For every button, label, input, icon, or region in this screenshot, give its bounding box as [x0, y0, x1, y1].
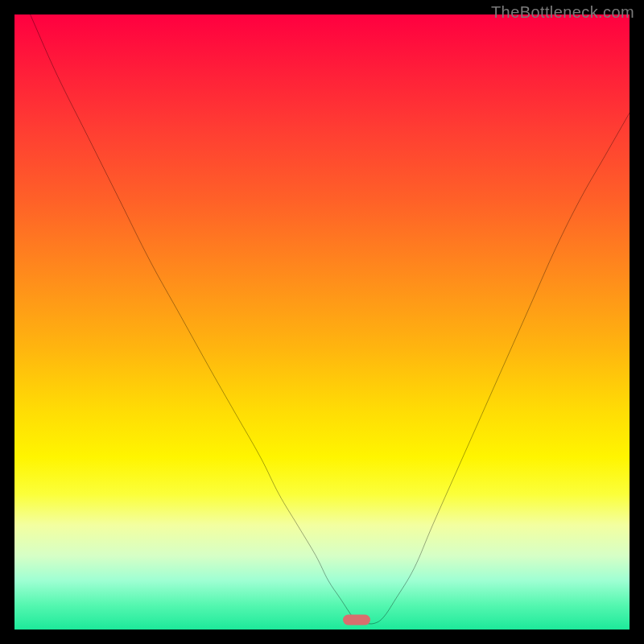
min-point-marker [343, 614, 370, 625]
chart-stage: TheBottleneck.com [0, 0, 644, 644]
bottleneck-curve [14, 14, 630, 630]
watermark-label: TheBottleneck.com [491, 3, 634, 22]
plot-area [14, 14, 630, 630]
